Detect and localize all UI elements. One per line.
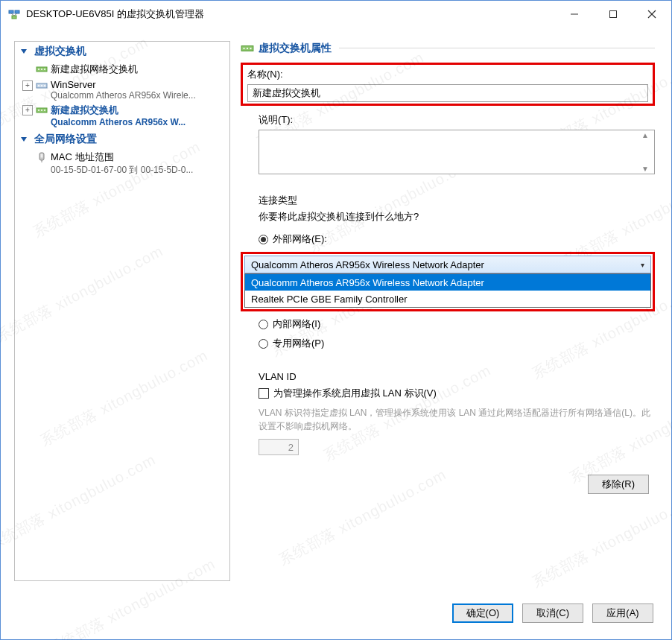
textarea-scroll-arrows: ▲▼ <box>641 131 653 173</box>
vlan-checkbox-row[interactable]: 为管理操作系统启用虚拟 LAN 标识(V) <box>259 387 655 400</box>
remove-button[interactable]: 移除(R) <box>588 475 649 494</box>
properties-header: 虚拟交换机属性 <box>241 41 655 60</box>
properties-header-label: 虚拟交换机属性 <box>259 42 332 55</box>
vlan-checkbox-label: 为管理操作系统启用虚拟 LAN 标识(V) <box>273 387 437 400</box>
collapse-icon <box>18 133 30 145</box>
radio-external[interactable]: 外部网络(E): <box>259 232 655 246</box>
svg-point-20 <box>41 110 42 111</box>
radio-private[interactable]: 专用网络(P) <box>259 337 655 350</box>
vlan-description: VLAN 标识符指定虚拟 LAN，管理操作系统使用该 LAN 通过此网络适配器进… <box>259 406 655 433</box>
connection-type-question: 你要将此虚拟交换机连接到什么地方? <box>259 210 655 224</box>
right-pane: 虚拟交换机属性 名称(N): 说明(T): ▲▼ <box>238 41 658 581</box>
radio-label: 专用网络(P) <box>273 337 324 350</box>
name-label: 名称(N): <box>247 68 648 81</box>
cancel-button[interactable]: 取消(C) <box>522 603 583 623</box>
svg-point-19 <box>38 110 39 111</box>
connection-type-label: 连接类型 <box>259 194 655 207</box>
name-highlight-box: 名称(N): <box>241 63 655 106</box>
mac-icon <box>36 151 48 163</box>
svg-point-15 <box>38 85 39 86</box>
dialog-footer: 确定(O) 取消(C) 应用(A) <box>1 595 671 639</box>
name-input[interactable] <box>247 84 648 102</box>
svg-point-27 <box>243 48 244 49</box>
titlebar: DESKTOP-UE6V85I 的虚拟交换机管理器 <box>1 1 671 28</box>
svg-point-17 <box>44 85 45 86</box>
svg-rect-2 <box>12 16 16 19</box>
svg-point-29 <box>250 48 251 49</box>
tree-item-new-switch[interactable]: 新建虚拟网络交换机 <box>15 61 229 77</box>
tree-item-label: MAC 地址范围 <box>51 151 226 164</box>
tree-section-global-settings[interactable]: 全局网络设置 <box>15 130 229 149</box>
svg-point-13 <box>44 69 45 70</box>
svg-rect-0 <box>9 10 13 13</box>
svg-point-21 <box>44 110 45 111</box>
svg-point-11 <box>38 69 39 70</box>
switch-icon <box>241 42 254 55</box>
vlan-header: VLAN ID <box>259 371 655 382</box>
adapter-highlight-box: Qualcomm Atheros AR956x Wireless Network… <box>241 252 655 311</box>
tree-section-label: 虚拟交换机 <box>34 45 86 58</box>
switch-icon <box>36 63 48 75</box>
maximize-button[interactable] <box>594 1 633 28</box>
switch-icon <box>36 80 48 92</box>
left-pane: 虚拟交换机 新建虚拟网络交换机 + <box>14 41 230 581</box>
apply-button[interactable]: 应用(A) <box>592 603 653 623</box>
svg-point-28 <box>247 48 248 49</box>
expand-icon[interactable]: + <box>22 80 33 91</box>
radio-label: 外部网络(E): <box>273 232 327 246</box>
radio-icon <box>259 235 268 244</box>
chevron-down-icon: ▾ <box>641 261 644 269</box>
radio-internal[interactable]: 内部网络(I) <box>259 317 655 331</box>
svg-marker-22 <box>21 137 27 142</box>
combo-option[interactable]: Realtek PCIe GBE Family Controller <box>245 291 650 307</box>
svg-point-12 <box>41 69 42 70</box>
app-icon <box>8 8 20 20</box>
svg-rect-1 <box>15 10 19 13</box>
radio-icon <box>259 320 268 329</box>
svg-point-16 <box>41 85 42 86</box>
expand-icon[interactable]: + <box>22 105 33 115</box>
window-title: DESKTOP-UE6V85I 的虚拟交换机管理器 <box>26 7 204 21</box>
tree-item-label: WinServer <box>51 79 226 90</box>
collapse-icon <box>18 45 30 57</box>
tree-item-sublabel: Qualcomm Atheros AR956x Wirele... <box>51 90 226 101</box>
svg-rect-24 <box>41 154 43 158</box>
tree-item-label: 新建虚拟交换机 <box>51 104 226 117</box>
tree-section-virtual-switches[interactable]: 虚拟交换机 <box>15 42 229 61</box>
tree-item-sublabel: Qualcomm Atheros AR956x W... <box>51 117 226 127</box>
tree-item-label: 新建虚拟网络交换机 <box>51 63 226 76</box>
radio-label: 内部网络(I) <box>273 317 320 331</box>
tree-item-winserver[interactable]: + WinServer Qualcomm Atheros AR956x Wire… <box>15 77 229 102</box>
adapter-combobox[interactable]: Qualcomm Atheros AR956x Wireless Network… <box>244 256 651 308</box>
description-label: 说明(T): <box>259 113 655 127</box>
switch-icon <box>36 104 48 116</box>
tree-item-mac-range[interactable]: MAC 地址范围 00-15-5D-01-67-00 到 00-15-5D-0.… <box>15 149 229 178</box>
svg-rect-6 <box>610 11 617 18</box>
vlan-id-input <box>259 439 299 455</box>
tree-item-selected-switch[interactable]: + 新建虚拟交换机 Qualcomm Atheros AR956x W... <box>15 102 229 129</box>
checkbox-icon <box>259 388 269 399</box>
tree-item-sublabel: 00-15-5D-01-67-00 到 00-15-5D-0... <box>51 164 226 177</box>
close-button[interactable] <box>633 1 671 28</box>
tree-section-label: 全局网络设置 <box>34 133 97 146</box>
ok-button[interactable]: 确定(O) <box>452 603 513 623</box>
combo-option[interactable]: Qualcomm Atheros AR956x Wireless Network… <box>245 274 650 291</box>
description-textarea[interactable] <box>259 130 655 174</box>
radio-icon <box>259 339 268 349</box>
svg-marker-9 <box>21 49 27 54</box>
minimize-button[interactable] <box>555 1 594 28</box>
adapter-dropdown-list: Qualcomm Atheros AR956x Wireless Network… <box>244 273 651 308</box>
combo-selected-text: Qualcomm Atheros AR956x Wireless Network… <box>251 259 484 270</box>
